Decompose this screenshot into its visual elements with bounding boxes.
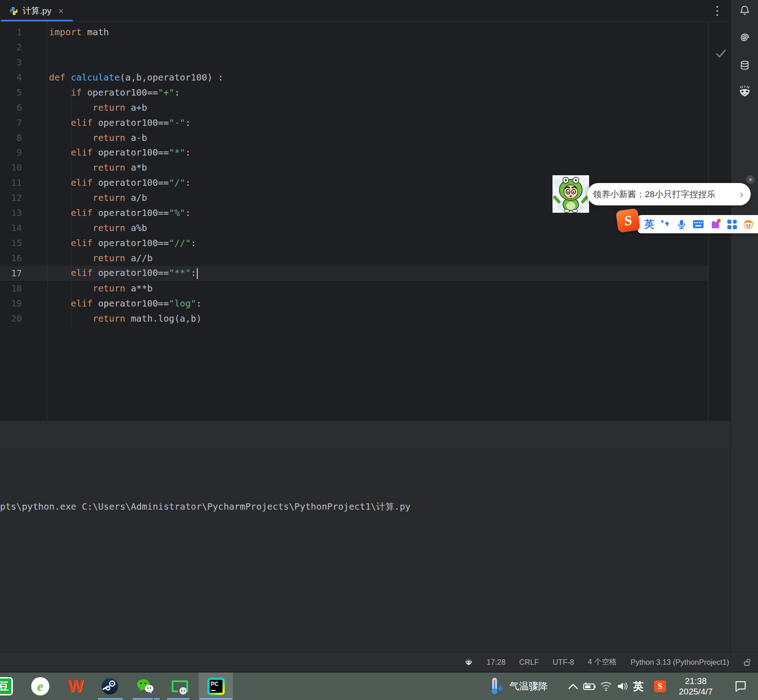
line-number: 16 [0, 253, 22, 264]
taskbar-steam-icon[interactable] [101, 677, 119, 695]
mask-plugin-icon[interactable] [738, 85, 751, 98]
code-line-17[interactable]: 17 elif operator100=="**": [0, 266, 708, 281]
line-number: 8 [0, 133, 22, 143]
tray-show-hidden-icon[interactable] [568, 673, 579, 700]
editor-tab-bar: 计算.py × [0, 0, 731, 22]
code-line-6[interactable]: 6 return a+b [0, 100, 708, 115]
code-line-1[interactable]: 1import math [0, 25, 708, 40]
clock-time: 21:38 [672, 676, 720, 686]
speaker-icon[interactable] [617, 673, 629, 700]
right-tool-stripe [731, 0, 758, 652]
running-indicator-screenshare [167, 698, 190, 700]
taskbar-wps-icon[interactable]: W [66, 677, 85, 695]
taskbar-screenshare-icon[interactable] [171, 677, 189, 695]
line-number: 18 [0, 283, 22, 294]
line-number: 17 [0, 268, 22, 279]
line-number: 14 [0, 223, 22, 233]
unlocked-padlock-icon[interactable] [743, 658, 752, 667]
console-command-line: pts\python.exe C:\Users\Administrator\Py… [0, 501, 411, 513]
tab-close-icon[interactable]: × [58, 6, 64, 16]
code-text: return a//b [22, 253, 152, 264]
code-line-20[interactable]: 20 return math.log(a,b) [0, 311, 708, 326]
chevron-right-icon[interactable]: › [740, 189, 743, 200]
taskbar-pycharm-active[interactable]: PC [199, 673, 233, 700]
desktop-screen: 计算.py × 1import math234def calculate(a,b… [0, 0, 758, 700]
clock-date: 2025/4/7 [672, 686, 720, 697]
weather-alert-text[interactable]: 气温骤降 [509, 673, 548, 700]
line-number: 10 [0, 162, 22, 173]
code-line-9[interactable]: 9 elif operator100=="*": [0, 145, 708, 161]
tab-calc-py[interactable]: 计算.py × [0, 0, 70, 22]
ime-keyboard-icon[interactable] [693, 220, 704, 229]
inspection-ok-icon[interactable] [716, 49, 726, 58]
line-number: 9 [0, 147, 22, 158]
gutter-divider [47, 22, 48, 421]
code-line-16[interactable]: 16 return a//b [0, 251, 708, 266]
code-line-10[interactable]: 10 return a*b [0, 160, 708, 175]
code-line-19[interactable]: 19 elif operator100=="log": [0, 296, 708, 311]
ime-ink-icon[interactable] [660, 219, 670, 229]
editor-more-options-icon[interactable] [713, 4, 721, 18]
battery-charging-icon[interactable] [582, 673, 596, 700]
code-line-4[interactable]: 4def calculate(a,b,operator100) : [0, 70, 708, 85]
code-text: def calculate(a,b,operator100) : [22, 72, 223, 83]
line-number: 1 [0, 27, 22, 38]
tray-sogou-icon[interactable]: S [654, 673, 666, 700]
sogou-logo[interactable]: S [616, 208, 640, 233]
code-line-7[interactable]: 7 elif operator100=="-": [0, 115, 708, 130]
status-line-separator[interactable]: CRLF [519, 658, 539, 667]
code-text: return a-b [22, 133, 147, 143]
taskbar-douban-icon[interactable]: 豆 [0, 677, 13, 695]
taskbar-360-browser-icon[interactable]: e [31, 677, 49, 695]
status-indent[interactable]: 4 个空格 [588, 657, 617, 667]
tray-language-indicator[interactable]: 英 [633, 673, 644, 700]
line-number: 20 [0, 313, 22, 324]
action-center-icon[interactable] [734, 673, 747, 700]
ime-microphone-icon[interactable] [676, 219, 687, 230]
code-line-8[interactable]: 8 return a-b [0, 130, 708, 145]
code-text: elif operator100=="//": [22, 238, 196, 248]
ime-toolbox-icon[interactable] [727, 219, 737, 230]
code-text: return a%b [22, 223, 147, 233]
code-text: return a/b [22, 193, 147, 203]
ime-emoji-icon[interactable] [743, 219, 755, 230]
wifi-icon[interactable] [600, 673, 612, 700]
code-text: return a**b [22, 283, 152, 294]
line-number: 19 [0, 298, 22, 309]
ai-assistant-icon[interactable] [738, 31, 751, 44]
code-text: return math.log(a,b) [22, 313, 201, 324]
code-text: return a*b [22, 162, 147, 173]
status-interpreter[interactable]: Python 3.13 (PythonProject1) [630, 658, 729, 667]
code-line-2[interactable]: 2 [0, 40, 708, 55]
console-output[interactable]: pts\python.exe C:\Users\Administrator\Py… [0, 449, 731, 652]
status-cursor-position[interactable]: 17:28 [487, 658, 505, 667]
code-line-5[interactable]: 5 if operator100=="+": [0, 85, 708, 100]
line-number: 3 [0, 57, 22, 68]
database-icon[interactable] [738, 59, 751, 72]
sogou-ime-toolbar: 英 [638, 215, 758, 233]
line-number: 2 [0, 42, 22, 53]
running-indicator-pycharm [200, 698, 232, 700]
code-text: if operator100=="+": [22, 87, 180, 98]
line-number: 13 [0, 208, 22, 218]
ime-language-mode[interactable]: 英 [644, 217, 654, 231]
notifications-bell-icon[interactable] [738, 4, 751, 17]
code-line-14[interactable]: 14 return a%b [0, 221, 708, 236]
ime-skin-icon[interactable] [710, 219, 721, 230]
adoption-toast[interactable]: 领养小新酱：28小只打字捏捏乐 › [587, 183, 751, 205]
code-line-15[interactable]: 15 elif operator100=="//": [0, 236, 708, 251]
taskbar-wechat-icon[interactable] [136, 677, 154, 695]
code-line-3[interactable]: 3 [0, 55, 708, 70]
shinchan-frog-cartoon[interactable] [552, 175, 589, 213]
status-encoding[interactable]: UTF-8 [552, 658, 574, 667]
code-line-13[interactable]: 13 elif operator100=="%": [0, 205, 708, 221]
run-tool-window: pts\python.exe C:\Users\Administrator\Py… [0, 421, 731, 652]
code-line-18[interactable]: 18 return a**b [0, 281, 708, 296]
taskbar-clock[interactable]: 21:38 2025/4/7 [672, 676, 720, 697]
status-mask-icon[interactable] [465, 658, 473, 666]
python-file-icon [9, 6, 18, 16]
running-indicator-wechat [133, 698, 153, 700]
code-text: import math [22, 27, 109, 38]
weather-thermometer-icon[interactable] [490, 673, 504, 700]
toast-close-icon[interactable]: × [746, 175, 755, 184]
